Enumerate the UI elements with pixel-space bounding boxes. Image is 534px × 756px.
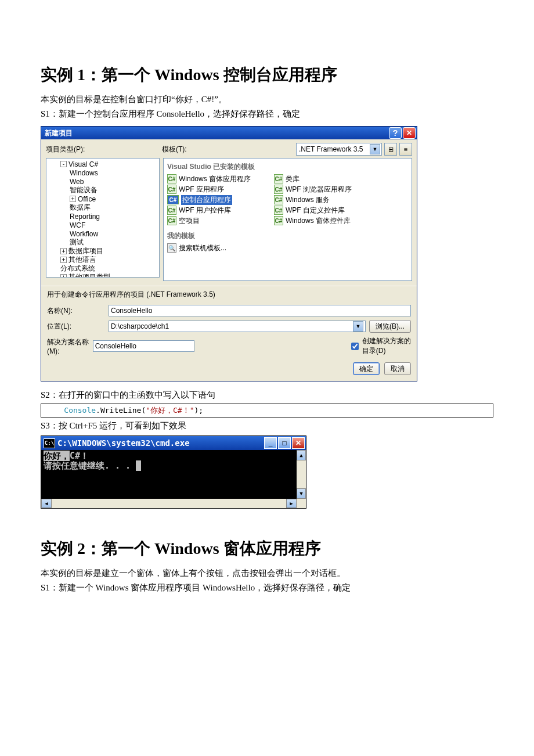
- tree-item[interactable]: Web: [49, 177, 159, 186]
- expand-icon[interactable]: +: [60, 257, 67, 263]
- label-location: 位置(L):: [47, 322, 105, 332]
- scroll-left-icon[interactable]: ◀: [41, 499, 52, 508]
- close-icon[interactable]: ✕: [403, 127, 416, 139]
- scroll-right-icon[interactable]: ▶: [286, 499, 297, 508]
- create-solution-dir-label: 创建解决方案的目录(D): [362, 336, 411, 356]
- expand-icon[interactable]: +: [70, 196, 76, 202]
- para-step-s2: S2：在打开的窗口中的主函数中写入以下语句: [41, 388, 493, 402]
- dialog-title-text: 新建项目: [45, 128, 73, 138]
- tree-item[interactable]: 测试: [49, 238, 159, 247]
- new-project-dialog: 新建项目 ? ✕ 项目类型(P): 模板(T): .NET Framework …: [41, 126, 417, 381]
- code-sample: Console.WriteLine("你好，C#！");: [41, 404, 493, 417]
- csharp-icon: C#: [274, 206, 283, 215]
- chevron-down-icon[interactable]: ▼: [370, 144, 380, 154]
- template-item[interactable]: C#WPF 自定义控件库: [274, 206, 352, 215]
- template-item[interactable]: C#Windows 窗体控件库: [274, 216, 352, 225]
- tree-item[interactable]: 分布式系统: [49, 264, 159, 273]
- tree-item[interactable]: 数据库: [49, 203, 159, 212]
- resize-grip-icon[interactable]: [297, 499, 306, 508]
- expand-icon[interactable]: +: [60, 248, 67, 254]
- ok-button[interactable]: 确定: [353, 362, 380, 375]
- scroll-up-icon[interactable]: ▲: [297, 450, 306, 460]
- tree-item[interactable]: Reporting: [49, 212, 159, 221]
- tree-item[interactable]: -Visual C#: [49, 160, 159, 168]
- cmd-output: 你好，C#！ 请按任意键继续. . .: [41, 450, 297, 499]
- framework-select[interactable]: .NET Framework 3.5 ▼: [296, 143, 382, 156]
- cmd-horizontal-scrollbar[interactable]: ◀ ▶: [41, 499, 297, 508]
- template-item[interactable]: C#Windows 服务: [274, 195, 352, 204]
- solution-name-input[interactable]: [93, 340, 194, 352]
- heading-example-1: 实例 1：第一个 Windows 控制台应用程序: [41, 64, 493, 86]
- templates-list[interactable]: Visual Studio 已安装的模板 C#Windows 窗体应用程序 C#…: [163, 158, 412, 281]
- template-item[interactable]: C#Windows 窗体应用程序: [167, 174, 251, 183]
- cmd-window: C:\ C:\WINDOWS\system32\cmd.exe _ □ ✕ 你好…: [41, 435, 306, 509]
- project-types-tree[interactable]: -Visual C# Windows Web 智能设备 +Office 数据库 …: [46, 158, 160, 278]
- help-icon[interactable]: ?: [389, 127, 402, 139]
- tree-item[interactable]: WCF: [49, 221, 159, 229]
- tree-item[interactable]: +数据库项目: [49, 247, 159, 255]
- csharp-icon: C#: [274, 195, 283, 204]
- template-item[interactable]: C#类库: [274, 174, 352, 183]
- framework-value: .NET Framework 3.5: [299, 145, 363, 153]
- tree-item[interactable]: +其他语言: [49, 255, 159, 264]
- chevron-down-icon[interactable]: ▼: [353, 321, 363, 332]
- tpl-section-installed: Visual Studio 已安装的模板: [167, 162, 408, 172]
- csharp-icon: C#: [167, 185, 176, 194]
- template-item-selected[interactable]: C#控制台应用程序: [167, 195, 251, 204]
- view-small-icons-button[interactable]: ≡: [399, 143, 412, 156]
- template-item[interactable]: C#WPF 用户控件库: [167, 206, 251, 215]
- label-templates: 模板(T):: [162, 145, 296, 154]
- cmd-icon: C:\: [44, 438, 55, 448]
- code-method: .WriteLine(: [96, 406, 146, 415]
- template-item[interactable]: C#空项目: [167, 216, 251, 225]
- close-icon[interactable]: ✕: [292, 437, 305, 449]
- csharp-icon: C#: [274, 185, 283, 194]
- cmd-title-text: C:\WINDOWS\system32\cmd.exe: [57, 438, 190, 448]
- csharp-icon: C#: [167, 206, 176, 215]
- search-icon: 🔍: [167, 243, 176, 253]
- dialog-titlebar[interactable]: 新建项目 ? ✕: [41, 127, 417, 139]
- create-solution-dir-checkbox[interactable]: 创建解决方案的目录(D): [349, 336, 411, 356]
- tree-item[interactable]: +Office: [49, 195, 159, 203]
- template-item[interactable]: C#WPF 浏览器应用程序: [274, 185, 352, 194]
- tree-item[interactable]: +其他项目类型: [49, 273, 159, 278]
- cmd-titlebar[interactable]: C:\ C:\WINDOWS\system32\cmd.exe _ □ ✕: [41, 436, 306, 450]
- scroll-down-icon[interactable]: ▼: [297, 488, 306, 499]
- template-description: 用于创建命令行应用程序的项目 (.NET Framework 3.5): [41, 286, 417, 303]
- csharp-icon: C#: [274, 174, 283, 183]
- csharp-icon: C#: [167, 174, 176, 183]
- project-name-input[interactable]: [109, 305, 411, 316]
- csharp-icon: C#: [167, 216, 176, 225]
- cmd-line2: 请按任意键继续. . .: [44, 460, 136, 471]
- tree-item[interactable]: Workflow: [49, 229, 159, 238]
- para-goal-1: 本实例的目标是在控制台窗口打印“你好，C#!”。: [41, 93, 493, 106]
- code-class: Console: [64, 406, 96, 415]
- browse-button[interactable]: 浏览(B)...: [369, 320, 411, 333]
- label-project-types: 项目类型(P):: [46, 145, 162, 154]
- create-solution-dir-input[interactable]: [351, 343, 359, 350]
- heading-example-2: 实例 2：第一个 Windows 窗体应用程序: [41, 538, 493, 560]
- template-search-online[interactable]: 🔍搜索联机模板...: [167, 243, 408, 253]
- para-step-s1b: S1：新建一个 Windows 窗体应用程序项目 WindowsHello，选择…: [41, 581, 493, 595]
- minimize-icon[interactable]: _: [264, 437, 277, 449]
- collapse-icon[interactable]: -: [60, 161, 67, 167]
- expand-icon[interactable]: +: [60, 274, 67, 278]
- cancel-button[interactable]: 取消: [384, 362, 411, 375]
- cmd-line1b: C#！: [70, 451, 89, 461]
- maximize-icon[interactable]: □: [278, 437, 291, 449]
- label-solution-name: 解决方案名称(M):: [47, 337, 89, 355]
- code-end: );: [194, 406, 204, 415]
- tree-item[interactable]: Windows: [49, 168, 159, 177]
- cmd-vertical-scrollbar[interactable]: ▲ ▼: [297, 450, 306, 499]
- tree-item[interactable]: 智能设备: [49, 186, 159, 195]
- location-value: D:\csharpcode\ch1: [111, 322, 169, 330]
- label-name: 名称(N):: [47, 306, 105, 316]
- template-item[interactable]: C#WPF 应用程序: [167, 185, 251, 194]
- para-goal-2: 本实例的目标是建立一个窗体，窗体上有个按钮，点击按钮会弹出一个对话框。: [41, 567, 493, 580]
- view-large-icons-button[interactable]: ⊞: [384, 143, 397, 156]
- csharp-icon: C#: [167, 195, 179, 204]
- cmd-line1a: 你好，: [44, 451, 70, 461]
- para-step-s3: S3：按 Ctrl+F5 运行，可看到如下效果: [41, 419, 493, 433]
- location-combobox[interactable]: D:\csharpcode\ch1 ▼: [109, 321, 366, 332]
- code-string: "你好，C#！": [146, 406, 194, 415]
